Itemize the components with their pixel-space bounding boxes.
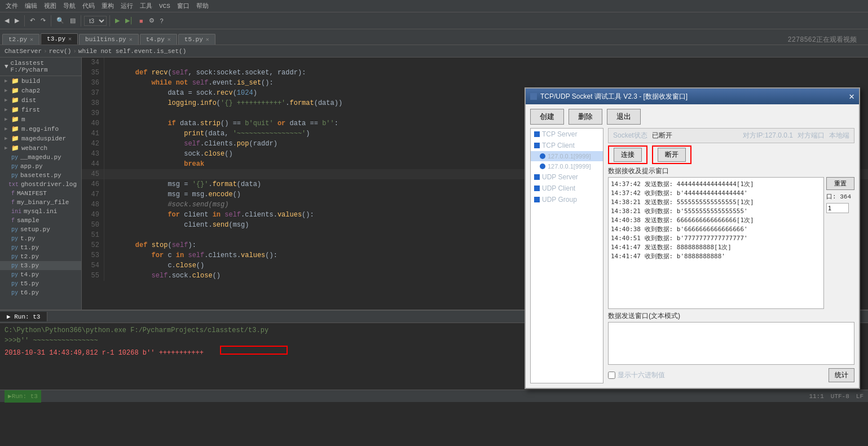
sidebar-label-app: app.py: [20, 163, 43, 170]
menu-window[interactable]: 窗口: [174, 2, 193, 10]
recv-line-7: 14:40:51 收到数据: b'7777777777777777': [611, 234, 821, 243]
tab-t4py[interactable]: t4.py ✕: [140, 34, 177, 45]
tab-run[interactable]: ▶ Run: t3: [0, 312, 47, 321]
menu-help[interactable]: 帮助: [193, 2, 212, 10]
toolbar-redo[interactable]: ↷: [38, 16, 48, 25]
toolbar-search[interactable]: 🔍: [54, 16, 67, 25]
menu-refactor[interactable]: 重构: [98, 2, 117, 10]
tab-t3py-close[interactable]: ✕: [68, 36, 72, 42]
breadcrumb-chatserver[interactable]: ChatServer: [5, 48, 42, 55]
breadcrumb-while[interactable]: while not self.event.is_set(): [78, 48, 186, 55]
delete-button[interactable]: 删除: [569, 109, 602, 125]
sidebar-item-t2[interactable]: py t2.py: [0, 252, 81, 261]
tab-t5py-close[interactable]: ✕: [206, 36, 209, 43]
sidebar-label-t2: t2.py: [20, 253, 39, 260]
show-hex-checkbox[interactable]: [608, 372, 615, 379]
sidebar-item-t6[interactable]: py t6.py: [0, 288, 81, 297]
data-send-textarea[interactable]: [608, 322, 854, 365]
toolbar-sep-1: [24, 15, 25, 27]
sidebar-item-mybinary[interactable]: f my_binary_file: [0, 198, 81, 207]
sidebar: ▼ classtest F:/Pycharm ▶ 📁 build ▶ 📁 cha…: [0, 58, 82, 310]
reset-button[interactable]: 重置: [826, 177, 854, 190]
sidebar-item-manifest[interactable]: f MANIFEST: [0, 189, 81, 198]
tree-node-2[interactable]: 127.0.0.1[9999]: [531, 161, 603, 171]
toolbar: ◀ ▶ ↶ ↷ 🔍 ▤ t3 ▶ ▶│ ■ ⚙ ?: [0, 12, 868, 29]
recv-line-1: 14:37:42 发送数据: 4444444444444444[1次]: [611, 180, 821, 189]
menu-code[interactable]: 代码: [79, 2, 98, 10]
tree-udp-client[interactable]: UDP Client: [531, 183, 603, 194]
sidebar-item-mysqlini[interactable]: ini mysql.ini: [0, 207, 81, 216]
py-icon: py: [11, 236, 18, 242]
tree-tcp-client[interactable]: TCP Client: [531, 140, 603, 151]
udp-client-icon: [534, 186, 540, 191]
exit-button[interactable]: 退出: [607, 109, 641, 125]
data-recv-box[interactable]: 14:37:42 发送数据: 4444444444444444[1次] 14:3…: [608, 177, 824, 309]
py-icon: py: [11, 254, 18, 260]
debug-button[interactable]: ▶│: [123, 16, 136, 25]
sidebar-label-dist: dist: [21, 97, 36, 104]
sidebar-item-app-py[interactable]: py app.py: [0, 162, 81, 171]
tab-t4py-close[interactable]: ✕: [168, 36, 171, 43]
node-2-icon: [540, 164, 545, 169]
sidebar-item-t4[interactable]: py t4.py: [0, 270, 81, 279]
create-button[interactable]: 创建: [530, 109, 564, 125]
dialog-title-bar: TCP/UDP Socket 调试工具 V2.3 - [数据收发窗口] ✕: [526, 89, 859, 104]
toolbar-undo[interactable]: ↶: [28, 16, 37, 25]
tree-udp-group[interactable]: UDP Group: [531, 194, 603, 205]
recv-line-9: 14:41:47 收到数据: b'8888888888': [611, 252, 821, 261]
tab-t5py[interactable]: t5.py ✕: [178, 34, 215, 45]
build-button[interactable]: ⚙: [147, 16, 157, 25]
help-toolbar-button[interactable]: ?: [158, 16, 166, 25]
stats-button[interactable]: 统计: [829, 368, 854, 382]
toolbar-forward[interactable]: ▶: [12, 16, 21, 25]
py-icon: py: [11, 281, 18, 287]
dialog-body: 创建 删除 退出 TCP Server TCP Client: [526, 104, 859, 388]
counter-input[interactable]: [826, 203, 849, 213]
run-button[interactable]: ▶: [113, 16, 122, 25]
menu-edit[interactable]: 编辑: [21, 2, 41, 10]
toolbar-replace[interactable]: ▤: [68, 16, 78, 25]
tree-node-1[interactable]: 127.0.0.1[9999]: [531, 151, 603, 161]
menu-tools[interactable]: 工具: [136, 2, 156, 10]
sidebar-item-t[interactable]: py t.py: [0, 234, 81, 243]
sidebar-item-build[interactable]: ▶ 📁 build: [0, 76, 81, 86]
sidebar-item-webarch[interactable]: ▶ 📁 webarch: [0, 143, 81, 153]
run-config-select[interactable]: t3: [84, 16, 107, 26]
tab-t2py-close[interactable]: ✕: [30, 36, 33, 43]
sidebar-item-t5[interactable]: py t5.py: [0, 279, 81, 288]
sidebar-item-setup[interactable]: py setup.py: [0, 225, 81, 234]
disconnect-button[interactable]: 断开: [658, 148, 686, 162]
sidebar-item-mageduspider[interactable]: ▶ 📁 mageduspider: [0, 134, 81, 143]
socket-status-label: Socket状态: [613, 131, 647, 140]
sidebar-item-dist[interactable]: ▶ 📁 dist: [0, 95, 81, 105]
sidebar-item-first[interactable]: ▶ 📁 first: [0, 105, 81, 114]
connect-button[interactable]: 连接: [614, 148, 642, 162]
sidebar-item-magedu-py[interactable]: py __magedu.py: [0, 153, 81, 162]
sidebar-label-t5: t5.py: [20, 280, 39, 287]
tree-udp-server[interactable]: UDP Server: [531, 171, 603, 183]
tab-builtins-close[interactable]: ✕: [129, 36, 133, 43]
folder-icon: 📁: [11, 77, 19, 85]
sidebar-item-basetest[interactable]: py basetest.py: [0, 171, 81, 180]
toolbar-back[interactable]: ◀: [2, 16, 11, 25]
sidebar-item-chap2[interactable]: ▶ 📁 chap2: [0, 86, 81, 95]
sidebar-item-sample[interactable]: f sample: [0, 216, 81, 225]
menu-file[interactable]: 文件: [2, 2, 21, 10]
menu-navigate[interactable]: 导航: [60, 2, 79, 10]
toolbar-sep-2: [51, 15, 51, 27]
menu-vcs[interactable]: VCS: [156, 3, 174, 10]
tree-tcp-server[interactable]: TCP Server: [531, 129, 603, 140]
dialog-close-button[interactable]: ✕: [849, 91, 854, 102]
sidebar-item-t3[interactable]: py t3.py: [0, 261, 81, 270]
sidebar-item-t1[interactable]: py t1.py: [0, 243, 81, 252]
sidebar-item-m[interactable]: ▶ 📁 m: [0, 114, 81, 124]
tab-t2py[interactable]: t2.py ✕: [2, 34, 39, 45]
sidebar-item-ghostdriver[interactable]: txt ghostdriver.log: [0, 180, 81, 189]
breadcrumb-recv[interactable]: recv(): [49, 48, 72, 55]
tab-builtins[interactable]: builtins.py ✕: [79, 34, 139, 45]
menu-view[interactable]: 视图: [41, 2, 60, 10]
stop-button[interactable]: ■: [137, 16, 146, 25]
tab-t3py[interactable]: t3.py ✕: [41, 33, 78, 45]
sidebar-item-megginfo[interactable]: ▶ 📁 m.egg-info: [0, 124, 81, 134]
menu-run[interactable]: 运行: [117, 2, 136, 10]
